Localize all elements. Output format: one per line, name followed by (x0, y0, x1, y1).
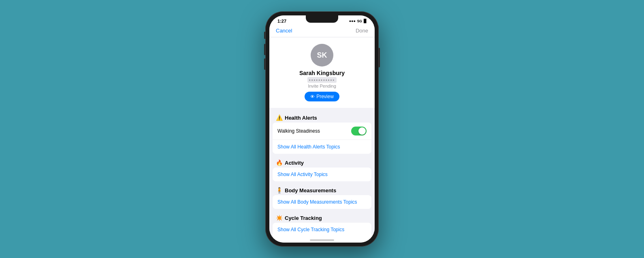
cycle-tracking-icon: ✴️ (276, 215, 283, 221)
show-activity-topics-link[interactable]: Show All Activity Topics (277, 172, 328, 177)
mute-button[interactable] (264, 32, 265, 39)
activity-title: Activity (285, 160, 304, 166)
body-measurements-body: Show All Body Measurements Topics (273, 195, 371, 209)
show-health-alerts-topics-item[interactable]: Show All Health Alerts Topics (273, 140, 371, 154)
network-icon: 5G (357, 19, 362, 23)
power-button[interactable] (379, 48, 380, 67)
show-body-measurements-topics-link[interactable]: Show All Body Measurements Topics (277, 199, 357, 205)
home-indicator (269, 234, 375, 243)
section-body-measurements: 🧍 Body Measurements Show All Body Measur… (269, 184, 375, 209)
section-activity: 🔥 Activity Show All Activity Topics (269, 156, 375, 181)
activity-body: Show All Activity Topics (273, 168, 371, 181)
body-measurements-title: Body Measurements (285, 187, 336, 194)
health-alerts-body: Walking Steadiness Show All Health Alert… (273, 123, 371, 154)
section-cycle-tracking-header: ✴️ Cycle Tracking (269, 211, 375, 223)
cancel-button[interactable]: Cancel (276, 28, 292, 34)
navigation-bar: Cancel Done (269, 25, 375, 37)
profile-name: Sarah Kingsbury (299, 70, 345, 76)
show-activity-topics-item[interactable]: Show All Activity Topics (273, 168, 371, 181)
section-health-alerts: ⚠️ Health Alerts Walking Steadiness Show… (269, 111, 375, 154)
volume-down-button[interactable] (264, 58, 265, 70)
battery-icon: ▉ (364, 19, 367, 23)
scroll-content[interactable]: SK Sarah Kingsbury ••••••••••• Invite Pe… (269, 37, 375, 234)
phone-screen: 1:27 ●●● 5G ▉ Cancel Done SK Sarah Kings… (269, 15, 375, 243)
profile-status: Invite Pending (308, 84, 336, 88)
preview-label: Preview (316, 94, 334, 99)
section-health-alerts-header: ⚠️ Health Alerts (269, 111, 375, 123)
status-icons: ●●● 5G ▉ (349, 19, 367, 23)
cycle-tracking-body: Show All Cycle Tracking Topics (273, 223, 371, 234)
section-cycle-tracking: ✴️ Cycle Tracking Show All Cycle Trackin… (269, 211, 375, 234)
health-alerts-title: Health Alerts (285, 115, 317, 121)
eye-icon: 👁 (310, 94, 315, 99)
done-button[interactable]: Done (356, 28, 368, 34)
signal-icon: ●●● (349, 19, 356, 23)
toggle-knob (358, 127, 366, 135)
show-health-alerts-topics-link[interactable]: Show All Health Alerts Topics (277, 144, 340, 150)
health-alerts-icon: ⚠️ (276, 114, 283, 121)
avatar: SK (311, 44, 333, 67)
body-measurements-icon: 🧍 (276, 187, 283, 194)
walking-steadiness-item: Walking Steadiness (273, 123, 371, 140)
show-cycle-tracking-topics-link[interactable]: Show All Cycle Tracking Topics (277, 227, 344, 232)
notch (306, 15, 338, 23)
section-activity-header: 🔥 Activity (269, 156, 375, 168)
walking-steadiness-label: Walking Steadiness (277, 128, 320, 134)
profile-section: SK Sarah Kingsbury ••••••••••• Invite Pe… (269, 37, 375, 108)
walking-steadiness-toggle[interactable] (351, 127, 367, 135)
section-body-measurements-header: 🧍 Body Measurements (269, 184, 375, 195)
volume-up-button[interactable] (264, 44, 265, 55)
activity-icon: 🔥 (276, 159, 283, 166)
preview-button[interactable]: 👁 Preview (305, 92, 339, 101)
show-cycle-tracking-topics-item[interactable]: Show All Cycle Tracking Topics (273, 223, 371, 234)
cycle-tracking-title: Cycle Tracking (285, 215, 322, 221)
home-bar (310, 239, 334, 241)
status-time: 1:27 (277, 19, 286, 24)
show-body-measurements-topics-item[interactable]: Show All Body Measurements Topics (273, 195, 371, 209)
profile-email: ••••••••••• (307, 77, 337, 83)
phone-frame: 1:27 ●●● 5G ▉ Cancel Done SK Sarah Kings… (265, 11, 379, 247)
